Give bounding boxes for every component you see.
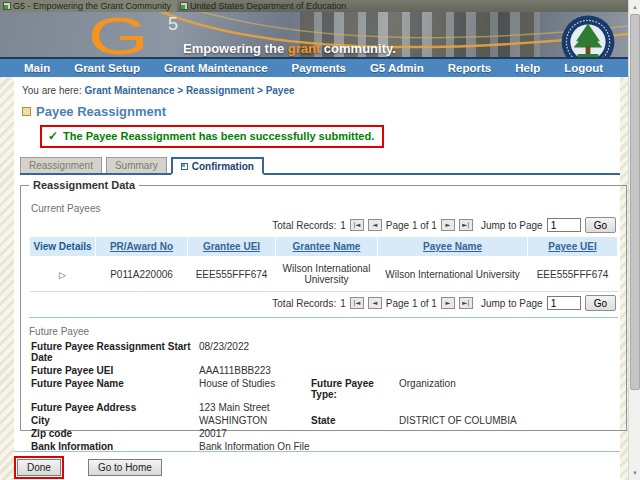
- jump-to-page-label: Jump to Page: [481, 298, 543, 309]
- field-label: City: [31, 415, 199, 426]
- cell-pr-award-no: P011A220006: [96, 257, 188, 292]
- confirmation-tab-icon: [181, 163, 188, 170]
- col-payee-uei[interactable]: Payee UEI: [548, 241, 596, 252]
- total-records-label: Total Records:: [272, 220, 336, 231]
- success-message: ✓The Payee Reassignment has been success…: [40, 125, 384, 148]
- window-title-bar: G5 - Empowering the Grant Community Unit…: [0, 0, 640, 12]
- prev-page-button[interactable]: ◄: [368, 297, 382, 309]
- prev-page-button[interactable]: ◄: [368, 219, 382, 231]
- future-payee-details: Future Payee Reassignment Start Date 08/…: [31, 341, 618, 452]
- tab-reassignment[interactable]: Reassignment: [20, 157, 102, 173]
- nav-item-help[interactable]: Help: [515, 62, 540, 74]
- section-divider: [29, 317, 618, 318]
- g5-application-window: G5 - Empowering the Grant Community Unit…: [0, 0, 640, 480]
- field-label: Future Payee Name: [31, 378, 199, 400]
- nav-item-main[interactable]: Main: [24, 62, 50, 74]
- last-page-button[interactable]: ►|: [459, 219, 473, 231]
- checkmark-icon: ✓: [48, 129, 58, 143]
- tagline: Empowering the grant community.: [183, 41, 396, 56]
- table-header-row: View Details PR/Award No Grantee UEI Gra…: [30, 237, 618, 257]
- cell-grantee-name: Wilson International University: [276, 257, 378, 292]
- nav-item-payments[interactable]: Payments: [292, 62, 346, 74]
- field-label: Bank Information: [31, 441, 199, 452]
- field-label: Future Payee Reassignment Start Date: [31, 341, 199, 363]
- total-records-label: Total Records:: [272, 298, 336, 309]
- field-value: 20017: [199, 428, 311, 439]
- browser-tab-g5[interactable]: G5 - Empowering the Grant Community: [0, 0, 177, 12]
- reassignment-data-fieldset: Reassignment Data Current Payees Total R…: [20, 179, 627, 431]
- field-label: Future Payee UEI: [31, 365, 199, 376]
- pagination-bottom: Total Records: 1 |◄ ◄ Page 1 of 1 ► ►| J…: [29, 295, 616, 311]
- nav-item-reports[interactable]: Reports: [448, 62, 491, 74]
- page-indicator: Page 1 of 1: [386, 220, 437, 231]
- go-button[interactable]: Go: [585, 217, 616, 233]
- done-annotation-box: Done: [14, 456, 64, 479]
- tab-summary[interactable]: Summary: [106, 157, 167, 173]
- browser-tab-ed[interactable]: United States Department of Education: [177, 0, 352, 12]
- action-buttons: Done Go to Home: [14, 456, 620, 479]
- field-value: AAA111BBB223: [199, 365, 311, 376]
- go-to-home-button[interactable]: Go to Home: [88, 459, 162, 476]
- table-row: ▷ P011A220006 EEE555FFF674 Wilson Intern…: [30, 257, 618, 292]
- g5-logo-5: 5: [168, 14, 178, 35]
- page-icon: [3, 2, 11, 10]
- field-label: Future Payee Address: [31, 402, 199, 413]
- field-label: Zip code: [31, 428, 199, 439]
- expand-row-icon[interactable]: ▷: [59, 270, 66, 280]
- breadcrumb-prefix: You are here:: [22, 85, 84, 96]
- vertical-scrollbar[interactable]: ▲ ▼: [628, 0, 640, 480]
- col-pr-award-no[interactable]: PR/Award No: [110, 241, 173, 252]
- total-records-value: 1: [340, 220, 346, 231]
- page-indicator: Page 1 of 1: [386, 298, 437, 309]
- pagination-top: Total Records: 1 |◄ ◄ Page 1 of 1 ► ►| J…: [29, 217, 616, 233]
- col-payee-name[interactable]: Payee Name: [423, 241, 482, 252]
- jump-to-page-input[interactable]: [547, 296, 581, 310]
- field-label: State: [311, 415, 399, 426]
- breadcrumb: You are here: Grant Maintenance > Reassi…: [14, 77, 620, 96]
- browser-tab-label: United States Department of Education: [190, 1, 346, 11]
- nav-item-grant-maintenance[interactable]: Grant Maintenance: [164, 62, 268, 74]
- next-page-button[interactable]: ►: [441, 297, 455, 309]
- jump-to-page-input[interactable]: [547, 218, 581, 232]
- page-icon: [180, 2, 188, 10]
- section-bullet-icon: [22, 107, 31, 116]
- scrollbar-thumb[interactable]: [630, 14, 640, 390]
- total-records-value: 1: [340, 298, 346, 309]
- scroll-down-arrow-icon[interactable]: ▼: [630, 468, 640, 478]
- cell-grantee-uei: EEE555FFF674: [188, 257, 276, 292]
- field-value: DISTRICT OF COLUMBIA: [399, 415, 618, 426]
- go-button[interactable]: Go: [585, 295, 616, 311]
- nav-item-logout[interactable]: Logout: [564, 62, 603, 74]
- done-button[interactable]: Done: [17, 459, 61, 476]
- department-of-education-seal: [553, 14, 623, 57]
- scroll-up-arrow-icon[interactable]: ▲: [630, 2, 640, 12]
- first-page-button[interactable]: |◄: [350, 219, 364, 231]
- next-page-button[interactable]: ►: [441, 219, 455, 231]
- page-title: Payee Reassignment: [14, 96, 620, 119]
- fieldset-legend: Reassignment Data: [29, 179, 139, 191]
- col-grantee-name[interactable]: Grantee Name: [293, 241, 361, 252]
- field-value: Organization: [399, 378, 618, 400]
- tab-confirmation[interactable]: Confirmation: [171, 157, 264, 175]
- cell-payee-name: Wilson International University: [378, 257, 528, 292]
- main-navigation: Main Grant Setup Grant Maintenance Payme…: [0, 57, 628, 77]
- header-banner: G 5 Empowering the grant community.: [0, 12, 628, 57]
- g5-logo-g: G: [88, 12, 149, 57]
- nav-item-grant-setup[interactable]: Grant Setup: [74, 62, 140, 74]
- col-view-details: View Details: [33, 241, 91, 252]
- col-grantee-uei[interactable]: Grantee UEI: [203, 241, 260, 252]
- first-page-button[interactable]: |◄: [350, 297, 364, 309]
- future-payee-label: Future Payee: [29, 326, 618, 337]
- last-page-button[interactable]: ►|: [459, 297, 473, 309]
- breadcrumb-path[interactable]: Grant Maintenance > Reassignment > Payee: [84, 85, 294, 96]
- browser-tab-label: G5 - Empowering the Grant Community: [13, 1, 171, 11]
- field-value: WASHINGTON: [199, 415, 311, 426]
- field-value: 08/23/2022: [199, 341, 311, 363]
- field-value: Bank Information On File: [199, 441, 311, 452]
- current-payees-label: Current Payees: [31, 203, 618, 214]
- field-value: House of Studies: [199, 378, 311, 400]
- nav-item-g5-admin[interactable]: G5 Admin: [370, 62, 424, 74]
- cell-payee-uei: EEE555FFF674: [528, 257, 618, 292]
- jump-to-page-label: Jump to Page: [481, 220, 543, 231]
- current-payees-table: View Details PR/Award No Grantee UEI Gra…: [29, 236, 618, 292]
